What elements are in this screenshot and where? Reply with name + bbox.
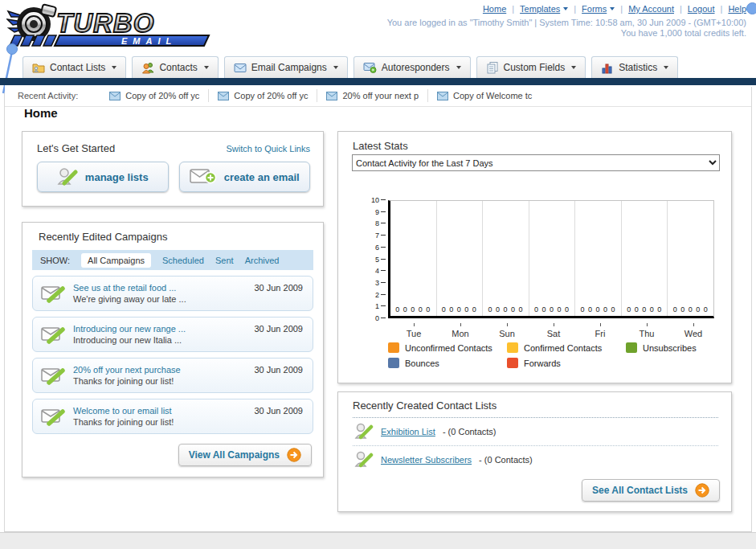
chart-day-column: 0 0 0 0 0 xyxy=(437,201,484,316)
legend-item: Confirmed Contacts xyxy=(507,342,626,353)
latest-stats-title: Latest Stats xyxy=(353,140,408,152)
header-link-logout[interactable]: Logout xyxy=(674,4,715,14)
tab-autoresponders[interactable]: Autoresponders xyxy=(353,56,471,78)
tab-email-campaigns[interactable]: Email Campaigns xyxy=(224,56,348,78)
view-all-campaigns-button[interactable]: View All Campaigns xyxy=(178,444,312,466)
campaign-date: 30 Jun 2009 xyxy=(254,324,303,334)
switch-quick-links[interactable]: Switch to Quick Links xyxy=(226,144,310,154)
y-axis-tick-label: 8 xyxy=(363,219,379,227)
contact-list-link[interactable]: Newsletter Subscribers xyxy=(381,455,472,465)
legend-swatch xyxy=(507,358,518,368)
contact-list-row[interactable]: Exhibition List - (0 Contacts) xyxy=(353,418,718,446)
header-link-my-account[interactable]: My Account xyxy=(615,4,674,14)
recent-activity-item[interactable]: Copy of 20% off yc xyxy=(209,89,317,102)
tab-label: Contacts xyxy=(159,62,197,73)
filter-all-campaigns[interactable]: All Campaigns xyxy=(81,253,151,268)
main-nav: Contact Lists Contacts Email Campaigns A… xyxy=(22,56,678,78)
contact-list-count: - (0 Contacts) xyxy=(479,455,533,465)
chevron-down-icon xyxy=(112,66,116,69)
tab-statistics[interactable]: Statistics xyxy=(591,56,678,78)
person-pencil-icon xyxy=(354,422,374,441)
legend-label: Confirmed Contacts xyxy=(524,343,602,353)
chart-day-column: 0 0 0 0 0 xyxy=(668,201,713,316)
campaign-row[interactable]: Welcome to our email list Thanks for joi… xyxy=(32,399,313,434)
arrow-circle-icon xyxy=(695,483,709,498)
chart-value-labels: 0 0 0 0 0 xyxy=(483,305,529,313)
campaign-subtitle: Thanks for joining our list! xyxy=(73,417,174,427)
x-axis-label: Thu xyxy=(623,323,670,338)
campaign-row[interactable]: 20% off your next purchase Thanks for jo… xyxy=(32,358,313,393)
campaign-subtitle: We're giving away our late ... xyxy=(73,294,186,304)
chart-day-column: 0 0 0 0 0 xyxy=(390,201,437,316)
folder-icon xyxy=(32,61,45,74)
contact-list-row[interactable]: Newsletter Subscribers - (0 Contacts) xyxy=(353,446,718,473)
header-link-templates[interactable]: Templates xyxy=(506,4,568,14)
manage-lists-button[interactable]: manage lists xyxy=(37,162,169,192)
campaign-subtitle: Thanks for joining our list! xyxy=(73,376,181,386)
recent-activity-item[interactable]: 20% off your next p xyxy=(317,89,428,102)
custom-fields-icon xyxy=(486,61,499,74)
tab-contacts[interactable]: Contacts xyxy=(132,56,218,78)
y-axis-tick-label: 4 xyxy=(363,267,379,275)
y-axis-tick-label: 5 xyxy=(363,256,379,264)
y-axis-tick xyxy=(381,235,386,236)
header-link-forms[interactable]: Forms xyxy=(568,4,615,14)
header-link-home[interactable]: Home xyxy=(483,4,506,14)
x-axis-label-text: Sun xyxy=(499,329,515,338)
credits-info: You have 1,000 total credits left. xyxy=(621,28,746,38)
recent-campaigns-panel: Recently Edited Campaigns SHOW: All Camp… xyxy=(22,222,324,477)
envelope-icon xyxy=(437,92,448,100)
legend-item: Bounces xyxy=(388,358,507,368)
legend-item: Unsubscribes xyxy=(626,342,745,353)
filter-archived[interactable]: Archived xyxy=(245,256,280,265)
chart-value-labels: 0 0 0 0 0 xyxy=(529,305,575,313)
latest-stats-panel: Latest Stats Contact Activity for the La… xyxy=(337,131,732,383)
recent-activity-text: Copy of 20% off yc xyxy=(234,91,308,100)
y-axis-tick xyxy=(381,211,386,212)
x-axis-tick xyxy=(693,323,694,326)
x-axis-label-text: Wed xyxy=(684,329,702,338)
tab-custom-fields[interactable]: Custom Fields xyxy=(476,56,586,78)
campaign-row[interactable]: Introducing our new range ... Introducin… xyxy=(32,317,313,352)
chevron-down-icon xyxy=(571,66,576,69)
filter-sent[interactable]: Sent xyxy=(215,256,234,265)
recent-activity-text: Copy of Welcome tc xyxy=(453,91,532,100)
chevron-down-icon xyxy=(456,66,461,69)
contact-list-count: - (0 Contacts) xyxy=(443,427,497,436)
envelope-pencil-icon xyxy=(41,406,65,427)
x-axis-tick xyxy=(460,323,461,326)
y-axis-tick xyxy=(381,223,386,223)
campaign-date: 30 Jun 2009 xyxy=(254,365,303,375)
stats-activity-select[interactable]: Contact Activity for the Last 7 Days xyxy=(352,154,720,171)
campaign-filter-bar: SHOW: All Campaigns Scheduled Sent Archi… xyxy=(32,250,313,270)
campaign-row[interactable]: See us at the retail food ... We're givi… xyxy=(32,276,313,311)
envelope-icon xyxy=(109,92,121,100)
chart-day-column: 0 0 0 0 0 xyxy=(575,201,622,316)
arrow-circle-icon xyxy=(287,448,301,462)
contact-list-link[interactable]: Exhibition List xyxy=(381,427,435,436)
x-axis-label-text: Mon xyxy=(452,329,468,338)
campaign-title-link[interactable]: See us at the retail food ... xyxy=(73,283,186,293)
legend-swatch xyxy=(507,342,518,353)
recent-activity-item[interactable]: Copy of 20% off yc xyxy=(100,89,209,102)
chart-day-column: 0 0 0 0 0 xyxy=(483,201,529,316)
y-axis-tick xyxy=(381,270,386,271)
y-axis-tick-label: 1 xyxy=(363,302,379,310)
see-all-contact-lists-button[interactable]: See All Contact Lists xyxy=(582,479,720,502)
recent-activity-item[interactable]: Copy of Welcome tc xyxy=(428,89,541,102)
manage-lists-label: manage lists xyxy=(85,171,149,183)
envelope-pencil-icon xyxy=(41,365,65,386)
header-link-help[interactable]: Help xyxy=(715,4,746,14)
x-axis-tick xyxy=(647,323,648,326)
campaign-title-link[interactable]: 20% off your next purchase xyxy=(73,365,181,375)
legend-label: Unsubscribes xyxy=(643,343,697,353)
get-started-title: Let's Get Started xyxy=(37,142,115,154)
filter-scheduled[interactable]: Scheduled xyxy=(162,256,204,265)
contacts-icon xyxy=(141,61,154,74)
campaign-title-link[interactable]: Welcome to our email list xyxy=(73,406,174,416)
chart-value-labels: 0 0 0 0 0 xyxy=(668,305,713,313)
tab-contact-lists[interactable]: Contact Lists xyxy=(22,56,126,78)
create-email-button[interactable]: create an email xyxy=(179,162,311,192)
chart-legend: Unconfirmed ContactsConfirmed ContactsUn… xyxy=(388,342,756,368)
campaign-title-link[interactable]: Introducing our new range ... xyxy=(73,324,186,334)
